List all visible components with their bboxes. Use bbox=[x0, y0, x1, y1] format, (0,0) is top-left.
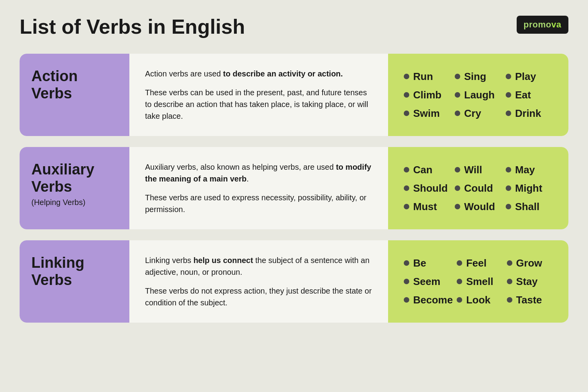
verb-label: Play bbox=[515, 71, 536, 83]
auxiliary-verbs-desc2: These verbs are used to express necessit… bbox=[145, 192, 372, 215]
verb-label: Cry bbox=[464, 107, 481, 120]
action-verbs-title: ActionVerbs bbox=[31, 68, 78, 102]
verb-sing: Sing bbox=[455, 71, 502, 83]
verb-laugh: Laugh bbox=[455, 89, 502, 101]
action-verbs-desc1: Action verbs are used to describe an act… bbox=[145, 68, 372, 80]
action-verbs-desc2: These verbs can be used in the present, … bbox=[145, 87, 372, 122]
action-verbs-left: ActionVerbs bbox=[20, 54, 129, 136]
verb-dot bbox=[506, 92, 511, 98]
verb-label: Become bbox=[413, 294, 453, 306]
verb-dot bbox=[404, 111, 409, 116]
page-title: List of Verbs in English bbox=[20, 16, 245, 38]
verb-dot bbox=[507, 260, 512, 266]
verb-run: Run bbox=[404, 71, 451, 83]
verb-smell: Smell bbox=[457, 276, 503, 288]
verb-dot bbox=[455, 185, 460, 191]
verb-label: Run bbox=[413, 71, 433, 83]
logo-text-normal: promo bbox=[524, 20, 552, 29]
verb-dot bbox=[455, 111, 460, 116]
action-verbs-examples: Run Sing Play Climb Laugh Eat Swim Cry D… bbox=[388, 54, 568, 136]
verb-become: Become bbox=[404, 294, 453, 306]
verb-label: Would bbox=[464, 201, 495, 213]
auxiliary-verbs-row: AuxiliaryVerbs (Helping Verbs) Auxiliary… bbox=[20, 147, 568, 229]
verb-will: Will bbox=[455, 164, 502, 176]
verb-may: May bbox=[506, 164, 553, 176]
verb-dot bbox=[457, 297, 462, 303]
verb-taste: Taste bbox=[507, 294, 553, 306]
verb-label: Shall bbox=[515, 201, 539, 213]
verb-dot bbox=[404, 167, 409, 172]
verb-dot bbox=[457, 279, 462, 284]
auxiliary-verbs-desc1: Auxiliary verbs, also known as helping v… bbox=[145, 161, 372, 185]
verb-feel: Feel bbox=[457, 257, 503, 269]
verb-label: Might bbox=[515, 182, 542, 194]
verb-can: Can bbox=[404, 164, 451, 176]
linking-verbs-row: LinkingVerbs Linking verbs help us conne… bbox=[20, 240, 568, 323]
verb-dot bbox=[455, 74, 460, 79]
verb-label: Drink bbox=[515, 107, 541, 120]
verb-dot bbox=[404, 260, 409, 266]
auxiliary-verbs-examples: Can Will May Should Could Might Must Wou… bbox=[388, 147, 568, 229]
verb-dot bbox=[506, 111, 511, 116]
verb-label: Taste bbox=[516, 294, 542, 306]
verb-drink: Drink bbox=[506, 107, 553, 120]
verb-dot bbox=[506, 74, 511, 79]
verb-might: Might bbox=[506, 182, 553, 194]
verb-seem: Seem bbox=[404, 276, 453, 288]
verb-dot bbox=[506, 167, 511, 172]
verb-label: Will bbox=[464, 164, 482, 176]
verb-shall: Shall bbox=[506, 201, 553, 213]
verb-eat: Eat bbox=[506, 89, 553, 101]
logo-text-highlight: va bbox=[552, 20, 561, 29]
verb-swim: Swim bbox=[404, 107, 451, 120]
auxiliary-verbs-description: Auxiliary verbs, also known as helping v… bbox=[129, 147, 388, 229]
verb-label: Must bbox=[413, 201, 437, 213]
auxiliary-verbs-left: AuxiliaryVerbs (Helping Verbs) bbox=[20, 147, 129, 229]
verb-play: Play bbox=[506, 71, 553, 83]
linking-verbs-title: LinkingVerbs bbox=[31, 254, 84, 289]
verb-label: Laugh bbox=[464, 89, 495, 101]
verb-dot bbox=[455, 204, 460, 209]
verb-label: Grow bbox=[516, 257, 542, 269]
page-header: List of Verbs in English promova bbox=[20, 16, 568, 38]
verb-dot bbox=[507, 297, 512, 303]
linking-verbs-left: LinkingVerbs bbox=[20, 240, 129, 323]
verb-label: Swim bbox=[413, 107, 440, 120]
verb-label: Can bbox=[413, 164, 432, 176]
verb-label: Sing bbox=[464, 71, 486, 83]
verb-could: Could bbox=[455, 182, 502, 194]
verb-dot bbox=[404, 297, 409, 303]
verb-cry: Cry bbox=[455, 107, 502, 120]
logo-badge: promova bbox=[517, 16, 568, 34]
verb-dot bbox=[457, 260, 462, 266]
verb-stay: Stay bbox=[507, 276, 553, 288]
verb-climb: Climb bbox=[404, 89, 451, 101]
verb-dot bbox=[455, 167, 460, 172]
linking-verbs-examples: Be Feel Grow Seem Smell Stay Become Look… bbox=[388, 240, 568, 323]
verb-must: Must bbox=[404, 201, 451, 213]
verb-grow: Grow bbox=[507, 257, 553, 269]
verb-dot bbox=[506, 204, 511, 209]
action-verbs-description: Action verbs are used to describe an act… bbox=[129, 54, 388, 136]
verb-label: Seem bbox=[413, 276, 440, 288]
verb-label: Eat bbox=[515, 89, 531, 101]
auxiliary-verbs-subtitle: (Helping Verbs) bbox=[31, 198, 94, 207]
verb-label: Should bbox=[413, 182, 448, 194]
verb-label: Could bbox=[464, 182, 493, 194]
verb-dot bbox=[455, 92, 460, 98]
auxiliary-verbs-title: AuxiliaryVerbs bbox=[31, 161, 94, 195]
verb-label: May bbox=[515, 164, 535, 176]
verb-label: Smell bbox=[466, 276, 493, 288]
verb-label: Stay bbox=[516, 276, 538, 288]
verb-dot bbox=[404, 204, 409, 209]
verb-should: Should bbox=[404, 182, 451, 194]
verb-dot bbox=[404, 185, 409, 191]
verb-label: Climb bbox=[413, 89, 441, 101]
verb-be: Be bbox=[404, 257, 453, 269]
verb-would: Would bbox=[455, 201, 502, 213]
verb-dot bbox=[506, 185, 511, 191]
verb-dot bbox=[404, 279, 409, 284]
linking-verbs-description: Linking verbs help us connect the subjec… bbox=[129, 240, 388, 323]
action-verbs-row: ActionVerbs Action verbs are used to des… bbox=[20, 54, 568, 136]
verb-label: Be bbox=[413, 257, 426, 269]
